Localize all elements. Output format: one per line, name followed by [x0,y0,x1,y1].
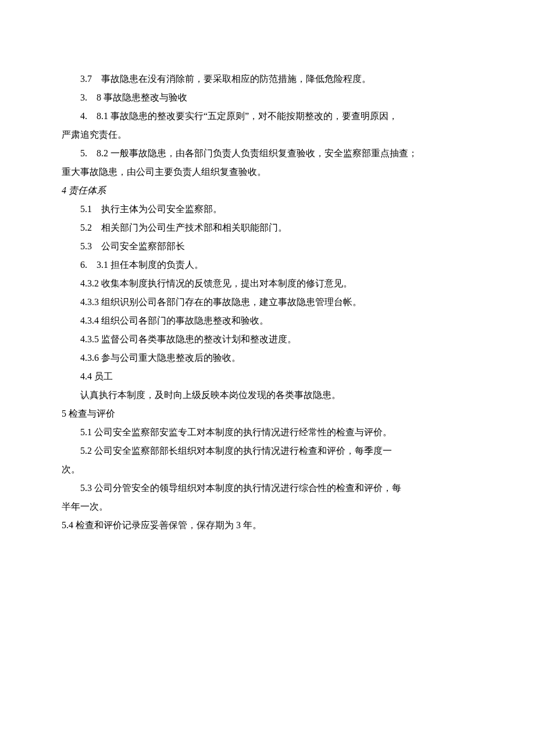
paragraph-line: 4.3.6 参与公司重大隐患整改后的验收。 [62,349,473,367]
paragraph-line: 4.3.3 组织识别公司各部门存在的事故隐患，建立事故隐患管理台帐。 [62,293,473,311]
paragraph-line: 5.1 公司安全监察部安监专工对本制度的执行情况进行经常性的检查与评价。 [62,423,473,442]
paragraph-line: 5.2 公司安全监察部部长组织对本制度的执行情况进行检查和评价，每季度一 [62,442,473,460]
paragraph-line: 次。 [62,460,473,479]
paragraph-line: 4.3.5 监督公司各类事故隐患的整改计划和整改进度。 [62,330,473,349]
paragraph-line: 5.3 公司安全监察部部长 [62,237,473,256]
paragraph-line: 5.2 相关部门为公司生产技术部和相关职能部门。 [62,218,473,237]
paragraph-line: 4.3.2 收集本制度执行情况的反馈意见，提出对本制度的修订意见。 [62,274,473,293]
paragraph-line: 3. 8 事故隐患整改与验收 [62,88,473,107]
paragraph-line: 6. 3.1 担任本制度的负责人。 [62,256,473,274]
paragraph-line: 4 责任体系 [62,181,473,200]
paragraph-line: 3.7 事故隐患在没有消除前，要采取相应的防范措施，降低危险程度。 [62,70,473,88]
paragraph-line: 4. 8.1 事故隐患的整改要实行“五定原则”，对不能按期整改的，要查明原因， [62,107,473,126]
paragraph-line: 5 检查与评价 [62,404,473,423]
paragraph-line: 5.3 公司分管安全的领导组织对本制度的执行情况进行综合性的检查和评价，每 [62,479,473,497]
paragraph-line: 5. 8.2 一般事故隐患，由各部门负责人负责组织复查验收，安全监察部重点抽查； [62,144,473,163]
document-body: 3.7 事故隐患在没有消除前，要采取相应的防范措施，降低危险程度。3. 8 事故… [62,70,473,535]
paragraph-line: 严肃追究责任。 [62,126,473,144]
paragraph-line: 认真执行本制度，及时向上级反映本岗位发现的各类事故隐患。 [62,386,473,404]
paragraph-line: 半年一次。 [62,497,473,516]
paragraph-line: 5.1 执行主体为公司安全监察部。 [62,200,473,218]
paragraph-line: 4.3.4 组织公司各部门的事故隐患整改和验收。 [62,311,473,330]
paragraph-line: 5.4 检查和评价记录应妥善保管，保存期为 3 年。 [62,516,473,535]
paragraph-line: 4.4 员工 [62,367,473,386]
paragraph-line: 重大事故隐患，由公司主要负责人组织复查验收。 [62,163,473,181]
